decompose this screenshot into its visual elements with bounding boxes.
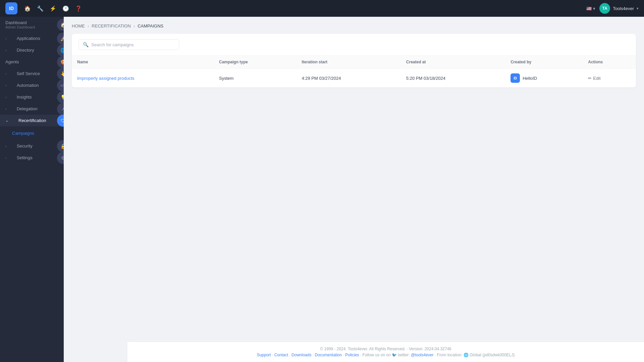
breadcrumb-recertification[interactable]: RECERTIFICATION — [92, 23, 131, 28]
breadcrumb-campaigns: CAMPAIGNS — [138, 23, 163, 28]
sidebar-label-security: Security — [17, 143, 33, 148]
settings-chevron-icon: ‹ — [5, 156, 7, 160]
table-header: 🔍 — [72, 34, 636, 56]
recertification-icon: 🛡 — [57, 115, 64, 127]
footer-location-text: From location: — [437, 353, 463, 357]
sidebar-item-agents[interactable]: Agents 🍪 — [0, 56, 64, 68]
created-by-name: HelloID — [523, 76, 537, 81]
top-nav-left: ID 🏠 🔧 ⚡ 🕐 ❓ — [5, 2, 82, 14]
col-campaign-type: Campaign type — [214, 56, 296, 69]
top-nav-icons: 🏠 🔧 ⚡ 🕐 ❓ — [24, 5, 82, 12]
sidebar-label-self-service: Self Service — [17, 71, 40, 76]
cell-campaign-type: System — [214, 69, 296, 88]
user-avatar: TA — [599, 3, 610, 14]
user-name: Tools4ever — [613, 6, 634, 11]
cell-created-by: ID HelloID — [505, 69, 583, 88]
automation-icon: </> — [57, 79, 64, 92]
security-chevron-icon: ‹ — [5, 144, 7, 148]
sidebar-item-dashboard[interactable]: Dashboard Admin Dashboard 🏠 — [0, 17, 64, 33]
sidebar-item-insights[interactable]: ‹ Insights 💡 — [0, 91, 64, 103]
sidebar-item-security[interactable]: ‹ Security 🔒 — [0, 140, 64, 152]
security-icon: 🔒 — [57, 140, 64, 152]
dashboard-icon: 🏠 — [57, 19, 64, 31]
settings-icon: ⚙ — [57, 152, 64, 164]
self-service-icon: 👆 — [57, 68, 64, 80]
campaigns-table: Name Campaign type Iteration start Creat… — [72, 56, 636, 87]
delegation-icon: ↗ — [57, 103, 64, 115]
sidebar-item-self-service[interactable]: ‹ Self Service 👆 — [0, 68, 64, 79]
footer: © 1999 - 2024. Tools4ever. All Rights Re… — [127, 342, 644, 362]
main-wrapper: HOME › RECERTIFICATION › CAMPAIGNS 🔍 Nam… — [64, 17, 644, 362]
top-navigation: ID 🏠 🔧 ⚡ 🕐 ❓ 🇺🇸 ▾ TA Tools4ever ▾ — [0, 0, 644, 17]
directory-chevron-icon: ‹ — [5, 48, 7, 52]
sidebar-label-delegation: Delegation — [17, 106, 38, 111]
campaign-name-link[interactable]: Improperly assigned products — [77, 76, 135, 81]
breadcrumb-home[interactable]: HOME — [72, 23, 85, 28]
sidebar-sub-item-campaigns[interactable]: Campaigns — [12, 128, 64, 138]
edit-button[interactable]: ✏ Edit — [588, 76, 631, 81]
sidebar-label-applications: Applications — [17, 36, 40, 41]
sidebar-item-recertification[interactable]: ⌄ Recertification 🛡 — [0, 115, 64, 126]
cell-name[interactable]: Improperly assigned products — [72, 69, 214, 88]
applications-icon: 🚀 — [57, 33, 64, 45]
recertification-chevron-icon: ⌄ — [5, 118, 8, 123]
sidebar-item-directory[interactable]: ‹ Directory 🌐 — [0, 44, 64, 56]
user-menu[interactable]: TA Tools4ever ▾ — [599, 3, 639, 14]
col-name: Name — [72, 56, 214, 69]
footer-location-value: Global (pd0sdwk000ELJ) — [470, 353, 515, 357]
home-nav-icon[interactable]: 🏠 — [24, 5, 31, 12]
footer-link-documentation[interactable]: Documentation — [315, 353, 342, 357]
automation-chevron-icon: ‹ — [5, 83, 7, 87]
sidebar: Dashboard Admin Dashboard 🏠 ‹ Applicatio… — [0, 17, 64, 362]
breadcrumb-sep-2: › — [133, 23, 135, 28]
search-wrapper[interactable]: 🔍 — [78, 39, 179, 50]
footer-twitter-link[interactable]: @tools4ever — [411, 353, 434, 357]
footer-link-support[interactable]: Support — [257, 353, 271, 357]
footer-link-policies[interactable]: Policies — [345, 353, 359, 357]
user-menu-chevron-icon: ▾ — [637, 6, 639, 11]
table-row: Improperly assigned products System 4:29… — [72, 69, 636, 88]
sidebar-label-dashboard: Dashboard Admin Dashboard — [5, 20, 35, 29]
diagram-nav-icon[interactable]: ⚡ — [50, 5, 56, 12]
footer-link-contact[interactable]: Contact — [274, 353, 288, 357]
footer-follow-text: Follow us on — [363, 353, 385, 357]
col-actions: Actions — [583, 56, 636, 69]
breadcrumb-sep-1: › — [88, 23, 89, 28]
sidebar-label-recertification: Recertification — [18, 118, 46, 123]
search-icon: 🔍 — [83, 42, 89, 47]
footer-links: Support · Contact · Downloads · Document… — [136, 353, 636, 357]
cell-iteration-start: 4:29 PM 03/27/2024 — [296, 69, 400, 88]
chevron-down-icon: ▾ — [593, 6, 595, 11]
directory-icon: 🌐 — [57, 44, 64, 56]
created-by-cell: ID HelloID — [511, 73, 577, 83]
question-nav-icon[interactable]: ❓ — [75, 5, 82, 12]
app-logo[interactable]: ID — [5, 2, 17, 14]
sidebar-sub-recertification: Campaigns — [0, 126, 64, 140]
edit-label: Edit — [593, 76, 600, 81]
flag-icon: 🇺🇸 — [586, 6, 592, 11]
sidebar-label-insights: Insights — [17, 95, 32, 100]
sidebar-label-directory: Directory — [17, 48, 34, 53]
search-input[interactable] — [91, 42, 175, 47]
content-area: HOME › RECERTIFICATION › CAMPAIGNS 🔍 Nam… — [64, 17, 644, 342]
top-nav-right: 🇺🇸 ▾ TA Tools4ever ▾ — [586, 3, 639, 14]
wrench-nav-icon[interactable]: 🔧 — [37, 5, 44, 12]
breadcrumb: HOME › RECERTIFICATION › CAMPAIGNS — [72, 23, 636, 28]
col-created-by: Created by — [505, 56, 583, 69]
sidebar-item-delegation[interactable]: ‹ Delegation ↗ — [0, 103, 64, 115]
col-iteration-start: Iteration start — [296, 56, 400, 69]
sidebar-label-settings: Settings — [17, 155, 33, 160]
edit-icon: ✏ — [588, 76, 592, 81]
clock-nav-icon[interactable]: 🕐 — [62, 5, 69, 12]
language-selector[interactable]: 🇺🇸 ▾ — [586, 6, 595, 11]
self-service-chevron-icon: ‹ — [5, 72, 7, 76]
helloid-badge: ID — [511, 73, 520, 83]
sidebar-item-applications[interactable]: ‹ Applications 🚀 — [0, 33, 64, 44]
sidebar-item-settings[interactable]: ‹ Settings ⚙ — [0, 152, 64, 164]
sidebar-label-automation: Automation — [17, 83, 39, 88]
footer-copyright: © 1999 - 2024. Tools4ever. All Rights Re… — [136, 347, 636, 351]
cell-actions[interactable]: ✏ Edit — [583, 69, 636, 88]
sidebar-item-automation[interactable]: ‹ Automation </> — [0, 79, 64, 91]
col-created-at: Created at — [401, 56, 505, 69]
footer-link-downloads[interactable]: Downloads — [291, 353, 311, 357]
